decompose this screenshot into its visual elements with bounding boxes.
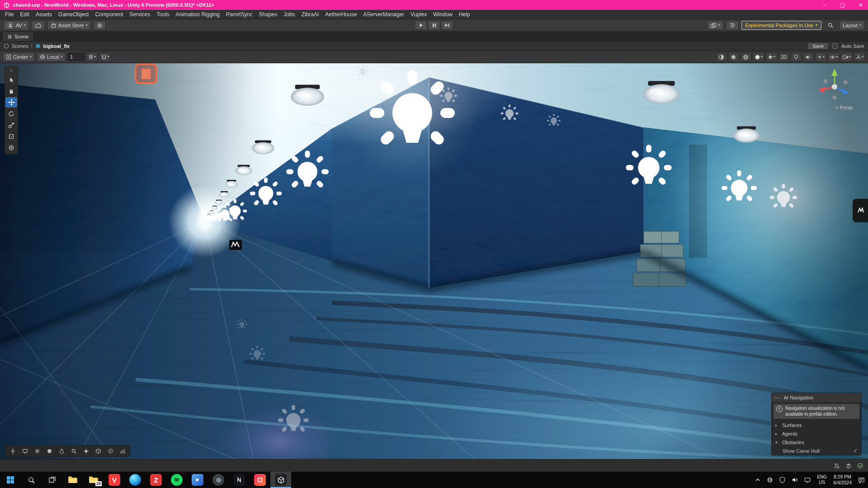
menu-jobs[interactable]: Jobs — [280, 11, 298, 18]
grid-size-input[interactable] — [67, 53, 85, 61]
minimize-button[interactable]: – — [817, 0, 832, 10]
folder-badge-icon[interactable]: 26 — [83, 472, 104, 488]
asset-store-button[interactable]: Asset Store ▾ — [47, 21, 91, 30]
overlay-package-icon[interactable] — [93, 446, 104, 456]
nav-section-surfaces[interactable]: ▸Surfaces — [772, 421, 861, 429]
scene-lighting-toggle[interactable] — [791, 52, 802, 61]
pause-button[interactable] — [428, 21, 440, 30]
rect-tool[interactable] — [5, 131, 17, 141]
scene-audio-toggle[interactable] — [803, 52, 814, 61]
ceiling-light-fixture[interactable] — [643, 81, 679, 103]
ceiling-light-fixture[interactable] — [219, 191, 229, 197]
menu-assets[interactable]: Assets — [33, 11, 55, 18]
transform-tool[interactable] — [5, 142, 17, 153]
ai-navigation-header[interactable]: ══ AI Navigation — [772, 393, 861, 402]
start-button[interactable] — [0, 472, 21, 488]
layout-dropdown[interactable]: Layout ▾ — [840, 21, 864, 30]
menu-vuplex[interactable]: Vuplex — [407, 11, 430, 18]
shaded-wireframe-toggle[interactable] — [728, 52, 739, 61]
experimental-packages-button[interactable]: Experimental Packages In Use ▾ — [741, 21, 821, 30]
ceiling-light-fixture[interactable] — [209, 210, 214, 213]
debug-draw-dropdown[interactable]: ▾ — [753, 52, 764, 61]
save-button[interactable]: Save — [807, 42, 829, 50]
tool-handle-pivot-dropdown[interactable]: Center ▾ — [3, 52, 35, 61]
move-tool[interactable] — [5, 97, 17, 108]
effects-visibility-dropdown[interactable]: ▾ — [815, 52, 826, 61]
dark-gizmo-icon[interactable] — [229, 240, 242, 250]
ceiling-light-fixture[interactable] — [733, 127, 759, 143]
play-button[interactable] — [415, 21, 427, 30]
z-app-icon[interactable]: Z — [146, 472, 166, 488]
auto-save-checkbox[interactable] — [832, 43, 838, 49]
overlay-grid-icon[interactable] — [32, 446, 43, 456]
menu-gameobject[interactable]: GameObject — [55, 11, 92, 18]
gear-app-icon[interactable] — [208, 472, 229, 488]
nav-show-carve-hull[interactable]: Show Carve Hull✓ — [772, 446, 861, 455]
scene-fx-dropdown[interactable]: ▾ — [766, 52, 777, 61]
maximize-button[interactable]: ▢ — [835, 0, 850, 10]
hidden-icons-chevron[interactable] — [752, 472, 764, 488]
breadcrumb-prefab-name[interactable]: bigboat_fix — [43, 43, 70, 49]
scene-visibility-dropdown[interactable]: ▾ — [828, 52, 840, 61]
menu-zibraai[interactable]: ZibraAI — [298, 11, 322, 18]
overlay-navigation-icon[interactable] — [105, 446, 116, 456]
menu-help[interactable]: Help — [456, 11, 473, 18]
gizmos-dropdown[interactable]: ▾ — [854, 52, 865, 61]
menu-services[interactable]: Services — [126, 11, 153, 18]
spotify-icon[interactable] — [166, 472, 187, 488]
dark-app-icon[interactable] — [229, 472, 250, 488]
account-button[interactable]: AV ▾ — [4, 21, 29, 30]
undo-history-button[interactable] — [726, 21, 739, 30]
menu-tools[interactable]: Tools — [153, 11, 172, 18]
check-circle-icon[interactable] — [857, 463, 863, 469]
tool-handle-rotation-dropdown[interactable]: Local ▾ — [37, 52, 66, 61]
scene-camera-dropdown[interactable]: ▾ — [841, 52, 853, 61]
language-indicator[interactable]: ENG US — [814, 472, 830, 488]
2d-toggle[interactable]: 2D — [778, 52, 789, 61]
menu-aservermanager[interactable]: AServerManager — [360, 11, 407, 18]
grid-snap-dropdown[interactable]: ▾ — [86, 52, 98, 61]
menu-animation-rigging[interactable]: Animation Rigging — [172, 11, 222, 18]
close-button[interactable]: ✕ — [854, 0, 868, 10]
overlay-move-icon[interactable] — [7, 446, 19, 456]
overlay-search-icon[interactable] — [68, 446, 80, 456]
services-gear-button[interactable] — [94, 21, 106, 30]
step-button[interactable] — [441, 21, 453, 30]
overlay-display-icon[interactable] — [19, 446, 31, 456]
ceiling-light-fixture[interactable] — [215, 200, 222, 205]
unity-editor-taskbar-icon[interactable] — [270, 472, 291, 488]
blue-app-icon[interactable] — [187, 472, 208, 488]
edge-browser-icon[interactable] — [125, 472, 146, 488]
tab-scene[interactable]: Scene — [3, 32, 33, 41]
task-view-button[interactable] — [42, 472, 62, 488]
notifications-muted-icon[interactable] — [834, 463, 840, 469]
tray-shield-icon[interactable] — [776, 472, 788, 488]
overlay-paint-icon[interactable] — [56, 446, 67, 456]
overlay-transform-icon[interactable] — [80, 446, 92, 456]
nav-section-obstacles[interactable]: ▾Obstacles — [772, 438, 861, 446]
menu-component[interactable]: Component — [92, 11, 126, 18]
projection-label[interactable]: < Persp — [835, 105, 853, 110]
rotate-tool[interactable] — [5, 108, 17, 119]
breadcrumb-scenes[interactable]: Scenes — [12, 43, 28, 49]
overlay-sphere-icon[interactable] — [44, 446, 55, 456]
overlay-terrain-icon[interactable] — [117, 446, 128, 456]
menu-file[interactable]: File — [2, 11, 17, 18]
snap-increment-dropdown[interactable]: ▾ — [99, 52, 111, 61]
tools-overlay-grip[interactable]: ≡ — [10, 68, 12, 74]
vivaldi-icon[interactable]: V — [104, 472, 125, 488]
tray-display-icon[interactable] — [801, 472, 814, 488]
ceiling-light-fixture[interactable] — [225, 180, 238, 188]
collapsed-overlay-handle[interactable] — [853, 199, 868, 222]
menu-shapes[interactable]: Shapes — [256, 11, 281, 18]
multi-window-button[interactable]: ▾ — [707, 21, 723, 30]
cloud-button[interactable] — [32, 21, 45, 30]
select-tool[interactable] — [5, 75, 17, 85]
file-explorer-icon[interactable] — [62, 472, 83, 488]
ceiling-light-fixture[interactable] — [252, 140, 274, 154]
orientation-gizmo[interactable] — [813, 67, 856, 105]
scale-tool[interactable] — [5, 120, 17, 130]
view-tool[interactable] — [5, 86, 17, 96]
scene-viewport[interactable]: ≡ — [0, 63, 868, 459]
ceiling-light-fixture[interactable] — [236, 165, 252, 175]
